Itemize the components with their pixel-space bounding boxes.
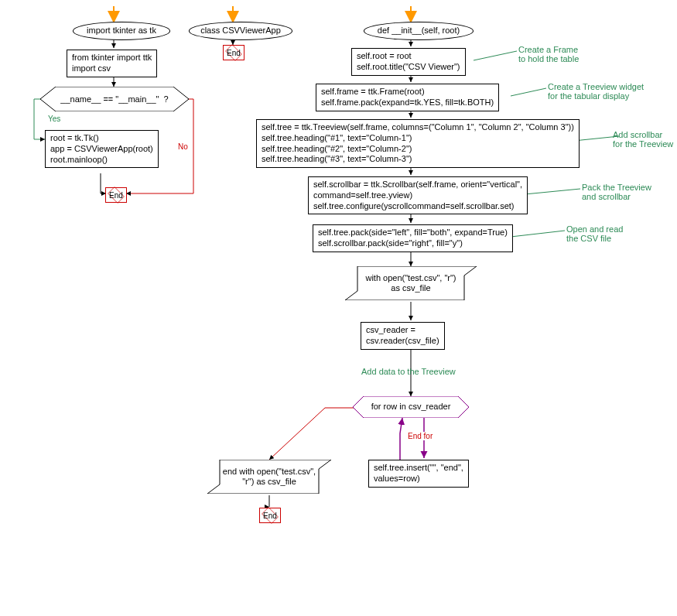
process-frame-pack: self.frame = ttk.Frame(root) self.frame.… [316,84,499,111]
end-module-main: End [105,187,127,203]
end-class-def: End [223,45,244,60]
annotation-add-scrollbar: Add scrollbar for the Treeview [613,130,673,149]
process-scrollbar-config: self.scrollbar = ttk.Scrollbar(self.fram… [308,176,528,214]
edge-label-endfor: End for [406,432,434,440]
loop-for-row-text: for row in csv_reader [353,396,469,418]
process-root-title: self.root = root self.root.title("CSV Vi… [351,48,466,76]
terminal-import-tk: import tkinter as tk [73,22,170,40]
process-treeview-headings: self.tree = ttk.Treeview(self.frame, col… [256,119,580,168]
annotation-pack-treeview: Pack the Treeview and scrollbar [582,183,651,201]
io-open-csv: with open("test.csv", "r") as csv_file [345,266,477,300]
process-tree-insert: self.tree.insert("", "end", values=row) [368,460,469,488]
loop-for-row: for row in csv_reader [353,396,469,418]
process-mainloop: root = tk.Tk() app = CSVViewerApp(root) … [45,130,159,168]
svg-line-20 [511,231,565,237]
end-label: End [263,512,277,520]
svg-line-17 [511,88,546,96]
decision-name-main: __name__ == "__main__" ? [40,87,189,111]
io-open-csv-text: with open("test.csv", "r") as csv_file [345,266,477,300]
edge-label-no: No [176,142,190,151]
end-init-method: End [259,508,281,523]
annotation-create-treeview: Create a Treeview widget for the tabular… [548,82,644,101]
terminal-def-init: def __init__(self, root) [364,22,474,40]
process-imports: from tkinter import ttk import csv [67,50,157,77]
terminal-class-csvviewerapp: class CSVViewerApp [189,22,292,40]
svg-line-16 [474,51,517,60]
process-pack-tree-scrollbar: self.tree.pack(side="left", fill="both",… [313,224,513,252]
io-end-with-text: end with open("test.csv", "r") as csv_fi… [207,460,331,494]
end-label: End [109,191,123,200]
annotation-open-csv: Open and read the CSV file [566,224,623,243]
edge-label-yes: Yes [46,115,62,123]
process-csv-reader: csv_reader = csv.reader(csv_file) [361,322,445,350]
annotation-add-data: Add data to the Treeview [361,367,456,376]
decision-name-main-text: __name__ == "__main__" ? [40,87,189,111]
annotation-create-frame: Create a Frame to hold the table [518,45,579,63]
end-label: End [227,49,241,57]
io-end-with: end with open("test.csv", "r") as csv_fi… [207,460,331,494]
